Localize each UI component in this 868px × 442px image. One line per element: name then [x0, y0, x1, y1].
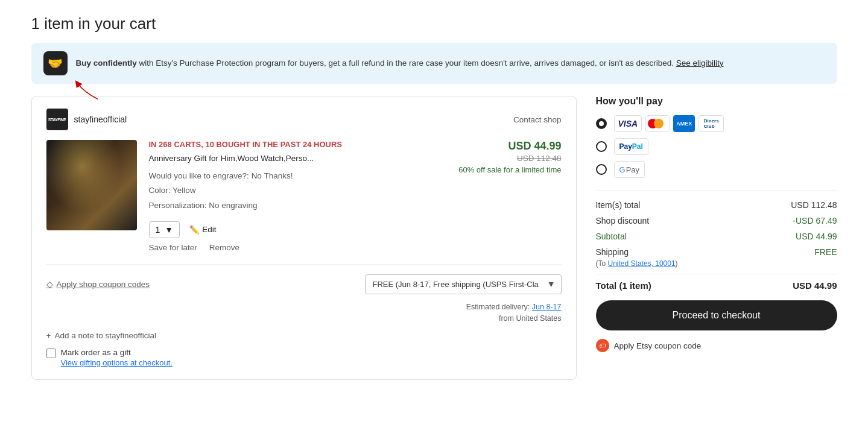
payment-sidebar: How you'll pay VISA AMEX — [596, 96, 837, 352]
cart-footer: ◇ Apply shop coupon codes FREE (Jun 8-17… — [46, 274, 562, 368]
shop-logo: STAYFINE — [46, 109, 68, 130]
shipping-value: FREE — [814, 247, 837, 257]
mastercard-logo — [645, 115, 670, 132]
engrave-value: No Thanks! — [252, 171, 293, 180]
edit-link[interactable]: ✏️ Edit — [189, 225, 216, 235]
etsy-coupon-label: Apply Etsy coupon code — [614, 341, 702, 350]
subtotal-label: Subtotal — [596, 232, 627, 241]
pencil-icon: ✏️ — [189, 225, 200, 235]
protection-text: Buy confidently with Etsy's Purchase Pro… — [76, 57, 724, 69]
edit-label: Edit — [202, 225, 216, 234]
shipping-to-label: To — [598, 259, 606, 268]
shipping-to-link[interactable]: United States, 10001 — [608, 259, 676, 268]
plus-icon: + — [46, 331, 51, 340]
paypal-p2: Pal — [632, 142, 643, 151]
product-title: Anniversary Gift for Him,Wood Watch,Pers… — [149, 154, 441, 163]
order-summary: Item(s) total USD 112.48 Shop discount -… — [596, 190, 837, 291]
protection-icon: 🤝 — [43, 51, 68, 75]
quantity-select[interactable]: 1 ▼ — [149, 221, 180, 238]
gift-checkbox[interactable] — [46, 349, 56, 358]
etsy-coupon-row[interactable]: 🏷 Apply Etsy coupon code — [596, 339, 837, 352]
page-wrapper: 1 item in your cart 🤝 Buy confidently wi… — [12, 0, 857, 394]
gift-row: Mark order as a gift View gifting option… — [46, 347, 562, 367]
personalization-value: No engraving — [209, 201, 257, 210]
shop-discount-label: Shop discount — [596, 216, 650, 226]
items-total-value: USD 112.48 — [791, 200, 837, 210]
shop-name: stayfineofficial — [74, 115, 127, 124]
price-original: USD 112.48 — [453, 154, 562, 163]
shipping-label: Shipping — [596, 247, 629, 257]
paypal-p1: Pay — [619, 142, 632, 151]
color-label: Color: — [149, 186, 171, 195]
coupon-label: Apply shop coupon codes — [57, 280, 150, 289]
quantity-arrow: ▼ — [165, 225, 173, 235]
payment-methods: VISA AMEX DinersClub — [596, 115, 837, 178]
diners-logo: DinersClub — [699, 115, 724, 132]
diamond-icon: ◇ — [46, 279, 53, 289]
page-title: 1 item in your cart — [31, 14, 837, 33]
shop-info: STAYFINE stayfineofficial — [46, 109, 127, 130]
card-logos: VISA AMEX DinersClub — [614, 115, 724, 132]
delivery-from: from United States — [499, 314, 562, 323]
shipping-select[interactable]: FREE (Jun 8-17, Free shipping (USPS Firs… — [365, 274, 562, 294]
cart-section: STAYFINE stayfineofficial Contact shop I… — [31, 96, 577, 380]
remove-link[interactable]: Remove — [209, 243, 239, 252]
quantity-row: 1 ▼ ✏️ Edit — [149, 221, 441, 238]
shipping-to: (To United States, 10001) — [596, 259, 837, 268]
price-discount: 60% off sale for a limited time — [453, 165, 562, 174]
save-for-later-link[interactable]: Save for later — [149, 243, 197, 252]
contact-shop-link[interactable]: Contact shop — [513, 115, 562, 124]
radio-gpay[interactable] — [596, 164, 607, 175]
checkout-button[interactable]: Proceed to checkout — [596, 300, 837, 330]
subtotal-row: Subtotal USD 44.99 — [596, 232, 837, 241]
product-pricing: USD 44.99 USD 112.48 60% off sale for a … — [453, 140, 562, 174]
items-total-row: Item(s) total USD 112.48 — [596, 200, 837, 210]
total-row: Total (1 item) USD 44.99 — [596, 274, 837, 291]
protection-normal: with Etsy's Purchase Protection program … — [137, 58, 674, 68]
delivery-dates-link[interactable]: Jun 8-17 — [532, 303, 562, 311]
note-label: Add a note to stayfineofficial — [54, 331, 156, 340]
gift-info: Mark order as a gift View gifting option… — [61, 347, 173, 367]
payment-option-cards[interactable]: VISA AMEX DinersClub — [596, 115, 837, 132]
subtotal-value: USD 44.99 — [796, 232, 837, 241]
shop-header: STAYFINE stayfineofficial Contact shop — [46, 109, 562, 130]
etsy-coupon-icon: 🏷 — [596, 339, 609, 352]
delivery-info: Estimated delivery: Jun 8-17 from United… — [46, 302, 562, 324]
hot-badge: IN 268 CARTS, 10 BOUGHT IN THE PAST 24 H… — [149, 140, 441, 149]
delivery-label: Estimated delivery: — [466, 303, 530, 311]
gpay-g: G — [619, 165, 626, 174]
gift-label: Mark order as a gift — [61, 348, 131, 357]
mc-circles — [648, 119, 664, 128]
note-row[interactable]: + Add a note to stayfineofficial — [46, 331, 562, 340]
amex-logo: AMEX — [673, 115, 695, 132]
shop-card: STAYFINE stayfineofficial Contact shop I… — [31, 96, 577, 380]
payment-section-title: How you'll pay — [596, 96, 837, 107]
payment-option-gpay[interactable]: GPay — [596, 161, 837, 178]
arrow-indicator — [68, 74, 110, 110]
personalization-label: Personalization: — [149, 201, 207, 210]
coupon-row: ◇ Apply shop coupon codes FREE (Jun 8-17… — [46, 274, 562, 294]
payment-option-paypal[interactable]: PayPal — [596, 138, 837, 155]
shop-discount-row: Shop discount -USD 67.49 — [596, 216, 837, 226]
price-current: USD 44.99 — [453, 140, 562, 153]
color-value: Yellow — [173, 186, 196, 195]
protection-banner: 🤝 Buy confidently with Etsy's Purchase P… — [31, 43, 837, 84]
gpay-logo: GPay — [614, 161, 645, 178]
shipping-select-wrapper: FREE (Jun 8-17, Free shipping (USPS Firs… — [365, 274, 562, 294]
total-value: USD 44.99 — [793, 280, 837, 291]
gift-options-link[interactable]: View gifting options at checkout. — [61, 358, 173, 367]
product-details: IN 268 CARTS, 10 BOUGHT IN THE PAST 24 H… — [149, 140, 441, 252]
shop-coupon-link[interactable]: ◇ Apply shop coupon codes — [46, 279, 150, 289]
shipping-row: Shipping FREE — [596, 247, 837, 257]
radio-cards[interactable] — [596, 118, 607, 129]
paypal-logo: PayPal — [614, 138, 648, 155]
product-image — [46, 140, 137, 230]
shop-discount-value: -USD 67.49 — [793, 216, 837, 226]
gpay-pay: Pay — [626, 165, 639, 174]
engrave-label: Would you like to engrave?: — [149, 171, 249, 180]
total-label: Total (1 item) — [596, 280, 651, 291]
action-links: Save for later Remove — [149, 243, 441, 252]
radio-paypal[interactable] — [596, 141, 607, 152]
mc-yellow-circle — [654, 119, 664, 128]
see-eligibility-link[interactable]: See eligibility — [676, 58, 724, 68]
